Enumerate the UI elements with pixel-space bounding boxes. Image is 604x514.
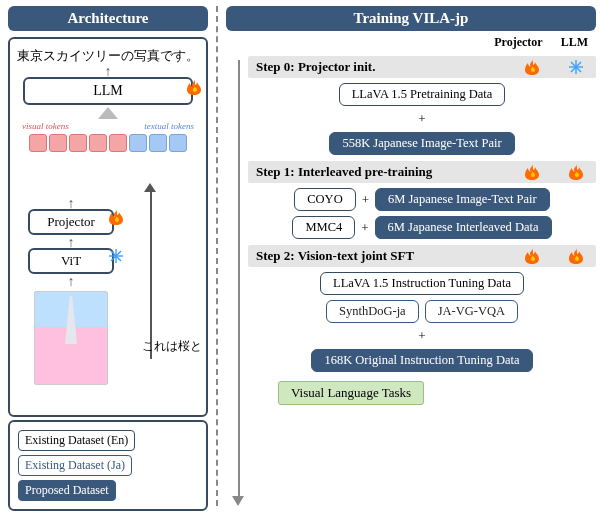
projector-block: Projector (28, 209, 114, 235)
output-text: 東京スカイツリーの写真です。 (16, 47, 200, 65)
visual-language-tasks: Visual Language Tasks (278, 381, 424, 405)
panel-divider (216, 6, 218, 506)
fire-icon (108, 209, 124, 225)
fire-icon (524, 164, 540, 180)
arrow-up-icon: ↑ (28, 199, 114, 209)
plus-icon: + (361, 220, 368, 236)
visual-token (89, 134, 107, 152)
arrow-up-icon: ↑ (28, 238, 114, 248)
visual-token (69, 134, 87, 152)
visual-token (49, 134, 67, 152)
fire-icon (524, 59, 540, 75)
text-token (169, 134, 187, 152)
visual-tokens-label: visual tokens (22, 121, 69, 131)
plus-icon: + (418, 111, 425, 127)
legend-proposed: Proposed Dataset (18, 480, 116, 501)
arrow-up-icon (144, 183, 156, 192)
legend-box: Existing Dataset (En) Existing Dataset (… (8, 420, 208, 511)
column-llm: LLM (561, 35, 588, 50)
dataset-llava-instruct: LLaVA 1.5 Instruction Tuning Data (320, 272, 524, 295)
architecture-diagram: 東京スカイツリーの写真です。 ↑ LLM visual tokens textu… (8, 37, 208, 417)
input-text: これは桜と (142, 338, 202, 355)
legend-existing-en: Existing Dataset (En) (18, 430, 135, 451)
legend-existing-ja: Existing Dataset (Ja) (18, 455, 132, 476)
dataset-coyo: COYO (294, 188, 355, 211)
visual-token (29, 134, 47, 152)
dataset-ja-vg-vqa: JA-VG-VQA (425, 300, 518, 323)
visual-token (109, 134, 127, 152)
dataset-6m-jp-pair: 6M Japanese Image-Text Pair (375, 188, 550, 211)
token-row (16, 134, 200, 152)
fire-icon (524, 248, 540, 264)
vit-block: ViT (28, 248, 114, 274)
plus-icon: + (362, 192, 369, 208)
training-flow-line (238, 60, 240, 500)
architecture-title: Architecture (8, 6, 208, 31)
llm-block: LLM (23, 77, 193, 105)
step2-header: Step 2: Vision-text joint SFT (248, 245, 596, 267)
dataset-synthdog-ja: SynthDoG-ja (326, 300, 419, 323)
fire-icon (568, 248, 584, 264)
arrow-up-icon: ↑ (16, 67, 200, 77)
textual-tokens-label: textual tokens (144, 121, 194, 131)
arrow-down-icon (232, 496, 244, 506)
snowflake-icon (568, 59, 584, 75)
plus-icon: + (418, 328, 425, 344)
column-projector: Projector (494, 35, 542, 50)
dataset-168k-original-instruct: 168K Original Instruction Tuning Data (311, 349, 532, 372)
step0-header: Step 0: Projector init. (248, 56, 596, 78)
snowflake-icon (108, 248, 124, 264)
dataset-llava-pretrain: LLaVA 1.5 Pretraining Data (339, 83, 506, 106)
dataset-6m-jp-interleaved: 6M Japanese Interleaved Data (375, 216, 552, 239)
text-token (129, 134, 147, 152)
step1-header: Step 1: Interleaved pre-training (248, 161, 596, 183)
dataset-558k-jp-pair: 558K Japanese Image-Text Pair (329, 132, 514, 155)
arrow-up-icon: ↑ (28, 277, 114, 287)
fire-icon (568, 164, 584, 180)
training-title: Training VILA-jp (226, 6, 596, 31)
dataset-mmc4: MMC4 (292, 216, 355, 239)
arrow-line (150, 189, 152, 359)
arrow-up-big-icon (98, 107, 118, 119)
fire-icon (186, 79, 202, 95)
input-image (34, 291, 108, 385)
text-token (149, 134, 167, 152)
